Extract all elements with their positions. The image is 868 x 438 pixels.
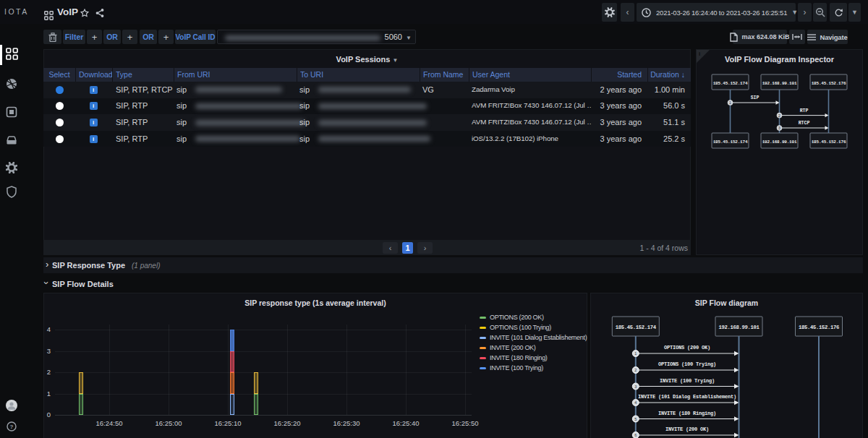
svg-text:2: 2 <box>778 113 780 118</box>
svg-text:INVITE (100 Trying): INVITE (100 Trying) <box>660 378 715 384</box>
svg-text:185.45.152.176: 185.45.152.176 <box>799 325 839 330</box>
svg-text:INVITE (101 Dialog Establishem: INVITE (101 Dialog Establishement) <box>638 394 736 400</box>
svg-text:192.168.99.101: 192.168.99.101 <box>762 139 797 145</box>
svg-text:?: ? <box>10 424 14 430</box>
svg-text:192.168.99.101: 192.168.99.101 <box>718 325 760 330</box>
svg-text:3: 3 <box>634 385 637 389</box>
svg-text:SIP: SIP <box>751 95 760 100</box>
svg-text:185.45.152.176: 185.45.152.176 <box>812 81 846 86</box>
svg-text:2: 2 <box>634 368 637 372</box>
svg-text:1: 1 <box>634 351 637 356</box>
svg-text:3: 3 <box>778 126 780 130</box>
svg-text:4: 4 <box>634 400 637 405</box>
svg-text:6: 6 <box>634 433 637 437</box>
svg-text:185.45.152.174: 185.45.152.174 <box>713 139 748 145</box>
svg-text:192.168.99.101: 192.168.99.101 <box>762 81 797 86</box>
svg-text:185.45.152.174: 185.45.152.174 <box>616 325 657 330</box>
svg-text:1: 1 <box>729 100 731 105</box>
svg-text:185.45.152.174: 185.45.152.174 <box>713 81 748 86</box>
svg-text:RTP: RTP <box>800 108 809 113</box>
svg-text:INVITE (180 Ringing): INVITE (180 Ringing) <box>658 411 716 416</box>
svg-text:185.45.152.176: 185.45.152.176 <box>812 139 846 145</box>
svg-text:RTCP: RTCP <box>799 121 810 126</box>
svg-text:INVITE (200 OK): INVITE (200 OK) <box>665 426 709 432</box>
svg-text:OPTIONS (100 Trying): OPTIONS (100 Trying) <box>658 361 716 367</box>
svg-text:5: 5 <box>634 417 637 421</box>
svg-text:OPTIONS (200 OK): OPTIONS (200 OK) <box>664 345 710 351</box>
